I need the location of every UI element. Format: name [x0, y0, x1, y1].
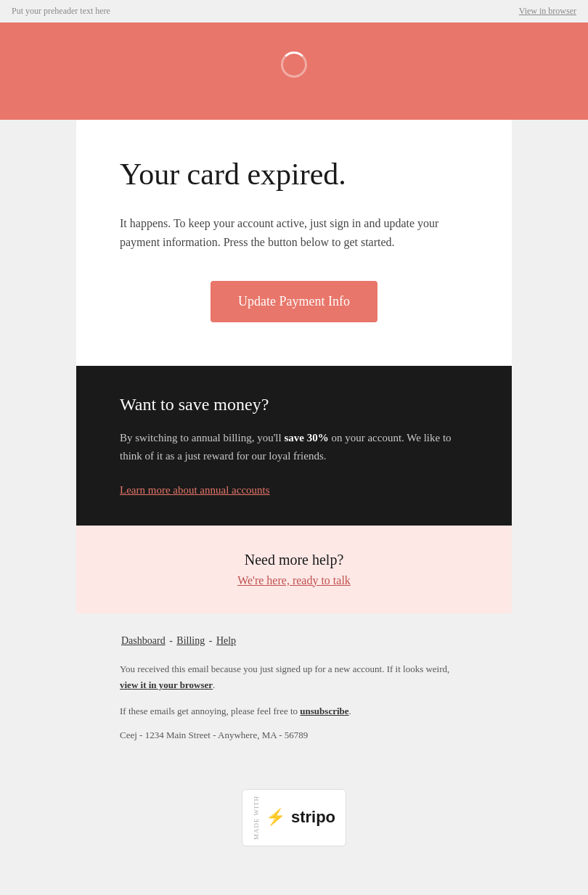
dark-highlight: save 30%	[284, 432, 328, 444]
help-link[interactable]: We're here, ready to talk	[237, 574, 351, 587]
dark-body-prefix: By switching to annual billing, you'll	[120, 432, 284, 444]
footer-notice-text: You received this email because you just…	[120, 663, 449, 674]
footer-sep-1: -	[169, 635, 175, 646]
footer-sep-2: -	[209, 635, 215, 646]
hero-logo	[281, 52, 307, 83]
preheader-text: Put your preheader text here	[12, 6, 110, 17]
card-title: Your card expired.	[120, 156, 468, 192]
dark-section-body: By switching to annual billing, you'll s…	[120, 429, 468, 466]
annual-accounts-link[interactable]: Learn more about annual accounts	[120, 484, 270, 496]
help-section: Need more help? We're here, ready to tal…	[76, 526, 512, 613]
stripo-logo-icon: ⚡	[266, 808, 285, 827]
footer-address: Ceej - 1234 Main Street - Anywhere, MA -…	[120, 730, 468, 741]
footer-annoyance-prefix: If these emails get annoying, please fee…	[120, 706, 300, 716]
stripo-badge: MADE WITH ⚡ stripo	[242, 789, 346, 846]
dark-section-title: Want to save money?	[120, 395, 468, 414]
hero-section: Your card expired. It happens. To keep y…	[0, 23, 588, 868]
footer-dashboard-link[interactable]: Dashboard	[121, 635, 166, 646]
view-in-browser-link[interactable]: View in browser	[519, 6, 576, 17]
footer-notice: You received this email because you just…	[120, 661, 468, 693]
footer-help-link[interactable]: Help	[216, 635, 236, 646]
spinner-icon	[281, 52, 307, 78]
footer-period: .	[213, 679, 215, 690]
footer-billing-link[interactable]: Billing	[176, 635, 205, 646]
footer-links: Dashboard - Billing - Help	[120, 635, 468, 647]
main-card: Your card expired. It happens. To keep y…	[76, 120, 512, 366]
footer-view-browser-link[interactable]: view it in your browser	[120, 679, 213, 690]
preheader-bar: Put your preheader text here View in bro…	[0, 0, 588, 23]
footer-unsubscribe-text: If these emails get annoying, please fee…	[120, 703, 468, 719]
stripo-badge-section: MADE WITH ⚡ stripo	[76, 777, 512, 868]
card-body-text: It happens. To keep your account active,…	[120, 214, 468, 251]
footer-section: Dashboard - Billing - Help You received …	[76, 613, 512, 777]
stripo-logo-text: stripo	[291, 808, 335, 827]
stripo-made-with: MADE WITH	[253, 796, 260, 840]
footer-annoyance-period: .	[349, 706, 351, 716]
help-title: Need more help?	[120, 552, 468, 568]
update-payment-button[interactable]: Update Payment Info	[211, 281, 377, 322]
dark-section: Want to save money? By switching to annu…	[76, 366, 512, 526]
footer-unsubscribe-link[interactable]: unsubscribe	[300, 706, 348, 716]
